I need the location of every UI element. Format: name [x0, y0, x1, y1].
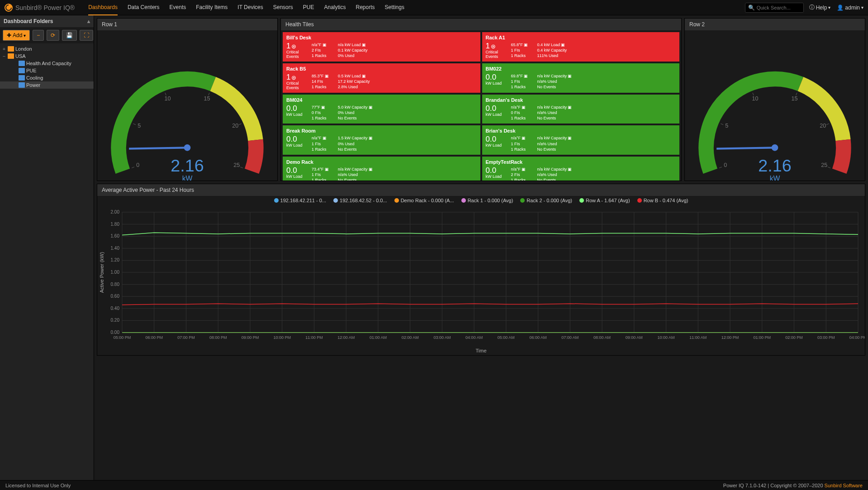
folder-icon: [8, 53, 14, 59]
nav-tab-data-centers[interactable]: Data Centers: [128, 0, 160, 15]
fullscreen-button[interactable]: ⛶: [80, 30, 93, 41]
tile-name: BM024: [286, 97, 477, 103]
help-menu[interactable]: ⓘHelp ▾: [809, 4, 831, 11]
widget-title: Row 1: [97, 19, 277, 30]
health-tile[interactable]: Brian's Desk0.0kW Loadn/a°F1 FIs1 Racksn…: [482, 125, 680, 154]
tile-right: 0.5 kW Load17.2 kW Capacity2.8% Used: [338, 73, 477, 90]
widget-health-tiles: Health Tiles Bill's Desk1Critical Events…: [280, 18, 682, 181]
nav-tab-settings[interactable]: Settings: [385, 0, 404, 15]
health-tile[interactable]: Demo Rack0.0kW Load73.4°F1 FIs1 Racksn/a…: [283, 157, 480, 181]
gauge-row1: 05101520252.16kW: [97, 30, 277, 181]
save-button[interactable]: 💾: [62, 30, 77, 41]
sidebar: Dashboard Folders ▴ ✚ Add ▾ − ⟳ 💾 ⛶ +Lon…: [0, 15, 94, 480]
expand-icon: [567, 105, 572, 109]
svg-text:11:00 PM: 11:00 PM: [305, 335, 323, 340]
legend-item[interactable]: 192.168.42.52 - 0.0...: [333, 198, 387, 203]
legend-item[interactable]: Demo Rack - 0.000 (A...: [394, 198, 454, 203]
expand-icon: [567, 167, 572, 171]
legend-item[interactable]: Rack 2 - 0.000 (Avg): [520, 198, 572, 203]
svg-text:0.20: 0.20: [111, 318, 120, 323]
expand-icon: [521, 136, 526, 140]
svg-text:2.00: 2.00: [111, 209, 120, 214]
nav-tab-events[interactable]: Events: [170, 0, 186, 15]
nav-tab-analytics[interactable]: Analytics: [324, 0, 346, 15]
expand-icon[interactable]: −: [2, 53, 6, 59]
folder-usa[interactable]: −USA: [0, 52, 94, 60]
svg-text:0.40: 0.40: [111, 306, 120, 311]
svg-line-12: [129, 148, 187, 149]
health-tile[interactable]: BM0240.0kW Load77°F0 FIs1 Racks5.0 kW Ca…: [283, 95, 480, 124]
legend-item[interactable]: Row B - 0.474 (Avg): [637, 198, 688, 203]
collapse-icon[interactable]: ▴: [87, 18, 90, 24]
svg-text:0.60: 0.60: [111, 294, 120, 299]
legend-dot-icon: [274, 198, 279, 203]
tile-sublabel: Critical Events: [486, 50, 511, 59]
svg-text:05:00 AM: 05:00 AM: [498, 335, 515, 340]
health-tile[interactable]: BM0220.0kW Load69.8°F1 FIs1 Racksn/a kW …: [482, 63, 680, 93]
tile-right: n/a kW Capacityn/a% UsedNo Events: [537, 135, 676, 152]
svg-text:04:00 PM: 04:00 PM: [849, 335, 865, 340]
quick-search[interactable]: 🔍: [745, 3, 804, 13]
health-tile[interactable]: Brandan's Desk0.0kW Loadn/a°F0 FIs1 Rack…: [482, 95, 680, 124]
dashboard-pue[interactable]: PUE: [0, 67, 94, 74]
dashboard-health-and-capacity[interactable]: Health And Capacity: [0, 60, 94, 67]
nav-tab-facility-items[interactable]: Facility Items: [196, 0, 228, 15]
nav-tab-reports[interactable]: Reports: [356, 0, 375, 15]
dashboard-cooling[interactable]: Cooling: [0, 74, 94, 81]
svg-text:09:00 PM: 09:00 PM: [242, 335, 259, 340]
svg-line-1: [132, 167, 134, 168]
folder-tree: +London−USAHealth And CapacityPUECooling…: [0, 43, 94, 90]
folder-london[interactable]: +London: [0, 45, 94, 52]
legend-item[interactable]: Rack 1 - 0.000 (Avg): [461, 198, 513, 203]
health-tile[interactable]: Rack A11Critical Events65.8°F1 FIs1 Rack…: [482, 32, 680, 62]
nav-tab-pue[interactable]: PUE: [303, 0, 314, 15]
svg-text:06:00 AM: 06:00 AM: [530, 335, 547, 340]
expand-icon: [361, 43, 366, 47]
tile-value: 1: [286, 73, 312, 81]
health-tile[interactable]: Break Room0.0kW Loadn/a°F1 FIs1 Racks1.5…: [283, 125, 480, 154]
health-tile[interactable]: Rack B51Critical Events85.3°F14 FIs1 Rac…: [283, 63, 480, 93]
svg-text:5: 5: [138, 123, 141, 129]
expand-icon[interactable]: +: [2, 46, 6, 52]
footer-brand-link[interactable]: Sunbird Software: [825, 483, 863, 488]
health-tile[interactable]: EmptyTestRack0.0kW Loadn/a°F2 FIs1 Racks…: [482, 157, 680, 181]
nav-tab-it-devices[interactable]: IT Devices: [237, 0, 263, 15]
add-button[interactable]: ✚ Add ▾: [3, 30, 30, 41]
legend-item[interactable]: 192.168.42.211 - 0...: [274, 198, 327, 203]
refresh-button[interactable]: ⟳: [47, 30, 59, 41]
svg-text:Active Power (kW): Active Power (kW): [99, 252, 104, 293]
svg-text:03:00 PM: 03:00 PM: [817, 335, 835, 340]
tiles-scroll[interactable]: Bill's Desk1Critical Eventsn/a°F2 FIs1 R…: [281, 30, 681, 181]
widget-title: Health Tiles: [281, 19, 681, 30]
line-chart: 0.000.200.400.600.801.001.201.401.601.80…: [97, 208, 865, 355]
tile-name: Break Room: [286, 128, 477, 133]
legend-dot-icon: [637, 198, 642, 203]
tile-mid: n/a°F2 FIs1 Racks: [312, 42, 338, 59]
search-input[interactable]: [757, 5, 801, 10]
svg-text:07:00 PM: 07:00 PM: [177, 335, 195, 340]
health-tile[interactable]: Bill's Desk1Critical Eventsn/a°F2 FIs1 R…: [283, 32, 480, 62]
tree-label: London: [15, 46, 32, 52]
tile-name: Rack A1: [486, 35, 676, 40]
svg-text:03:00 AM: 03:00 AM: [433, 335, 451, 340]
nav-tab-dashboards[interactable]: Dashboards: [88, 0, 118, 15]
remove-button[interactable]: −: [33, 30, 44, 41]
svg-text:05:00 PM: 05:00 PM: [114, 335, 131, 340]
nav-tab-sensors[interactable]: Sensors: [273, 0, 293, 15]
dashboard-power[interactable]: Power: [0, 81, 94, 89]
top-nav: Sunbird® Power IQ® DashboardsData Center…: [0, 0, 868, 15]
tile-sublabel: kW Load: [486, 174, 511, 179]
legend-item[interactable]: Row A - 1.647 (Avg): [579, 198, 630, 203]
tile-right: n/a kW Load0.1 kW Capacity0% Used: [338, 42, 477, 59]
tile-sublabel: kW Load: [286, 143, 312, 147]
user-menu[interactable]: 👤admin ▾: [837, 5, 863, 11]
svg-line-27: [828, 167, 830, 168]
expand-icon: [567, 74, 572, 78]
tile-sublabel: Critical Events: [286, 81, 312, 90]
tree-label: Cooling: [26, 75, 43, 81]
svg-text:08:00 AM: 08:00 AM: [593, 335, 611, 340]
svg-text:01:00 PM: 01:00 PM: [754, 335, 771, 340]
expand-icon: [521, 167, 526, 171]
svg-text:20: 20: [232, 123, 238, 129]
widget-chart: Average Active Power - Past 24 Hours 192…: [97, 184, 865, 356]
